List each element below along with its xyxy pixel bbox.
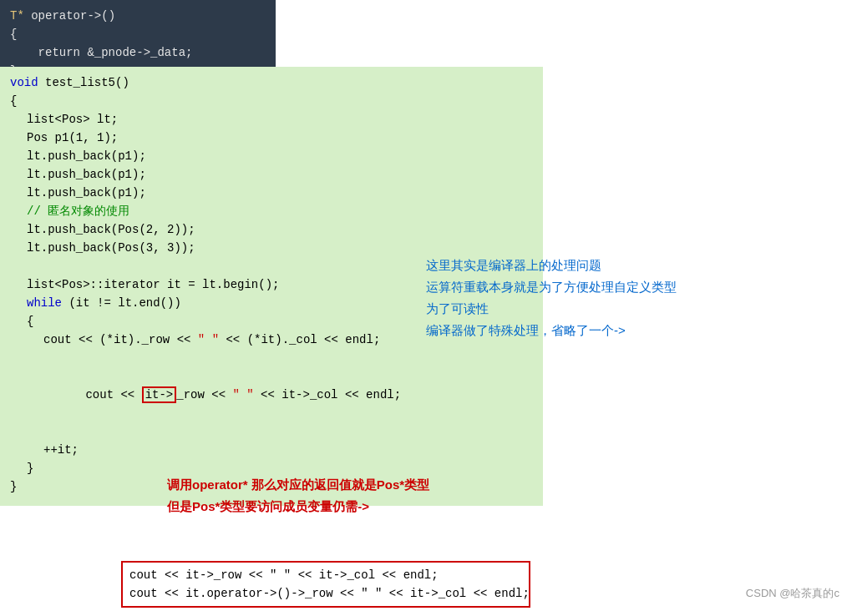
bottom-line1: cout << it->_row << " " << it->_col << e… [129, 566, 522, 584]
code-line: ++it; [10, 441, 533, 459]
code-line-itarrow: cout << it->_row << " " << it->_col << e… [10, 367, 533, 422]
annotation-line1: 这里其实是编译器上的处理问题 [426, 255, 601, 276]
annotation-red-line1: 调用operator* 那么对应的返回值就是Pos*类型 [167, 474, 429, 496]
code-line: lt.push_back(Pos(2, 2)); [10, 220, 533, 239]
code-line: list<Pos> lt; [10, 110, 533, 129]
code-line: { [10, 25, 266, 43]
annotation-line3: 为了可读性 [426, 298, 489, 320]
code-line [10, 422, 533, 441]
code-line: { [10, 92, 533, 110]
code-line: void test_list5() [10, 73, 533, 92]
code-line: lt.push_back(p1); [10, 184, 533, 202]
annotation-line2: 运算符重载本身就是为了方便处理自定义类型 [426, 276, 677, 298]
code-line: T* operator->() [10, 7, 266, 25]
bottom-highlight-box: cout << it->_row << " " << it->_col << e… [121, 561, 530, 608]
annotation-red-line2: 但是Pos*类型要访问成员变量仍需-> [167, 496, 369, 518]
code-line: lt.push_back(p1); [10, 165, 533, 184]
code-line: return &_pnode->_data; [10, 43, 266, 62]
annotation-line4: 编译器做了特殊处理，省略了一个-> [426, 320, 626, 341]
code-line [10, 349, 533, 367]
csdn-watermark: CSDN @哈茶真的c [746, 586, 839, 601]
bottom-line2: cout << it.operator->()->_row << " " << … [129, 584, 522, 603]
code-line: lt.push_back(p1); [10, 147, 533, 165]
code-area: T* operator->() { return &_pnode->_data;… [0, 0, 852, 616]
code-line: Pos p1(1, 1); [10, 129, 533, 147]
code-line: // 匿名对象的使用 [10, 202, 533, 220]
